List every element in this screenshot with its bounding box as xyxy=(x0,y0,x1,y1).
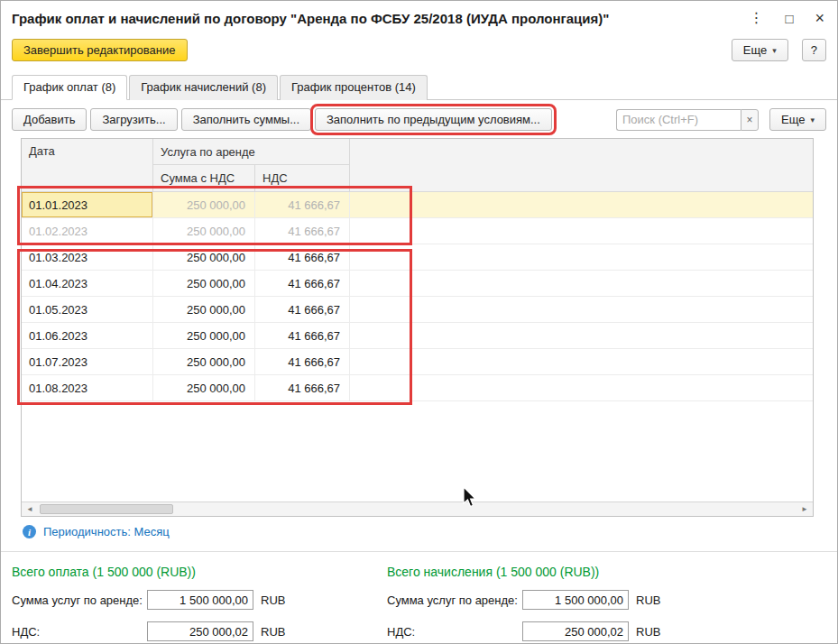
header-more-button[interactable]: Еще ▾ xyxy=(732,39,788,61)
horizontal-scrollbar[interactable]: ◄ ► xyxy=(22,501,813,516)
cell-sum-with-vat[interactable]: 250 000,00 xyxy=(153,297,255,322)
totals-accruals-title: Всего начисления (1 500 000 (RUB)) xyxy=(387,565,837,579)
table-row[interactable]: 01.03.2023 250 000,00 41 666,67 xyxy=(22,244,813,271)
search-input[interactable] xyxy=(616,109,741,131)
footer-divider xyxy=(1,551,837,552)
payments-sum-currency: RUB xyxy=(261,593,285,607)
app-window: График оплат и начислений по договору "А… xyxy=(0,0,838,644)
totals-accruals: Всего начисления (1 500 000 (RUB)) Сумма… xyxy=(376,558,837,644)
table-toolbar: Добавить Загрузить... Заполнить суммы...… xyxy=(1,100,837,131)
finish-editing-button[interactable]: Завершить редактирование xyxy=(12,39,188,61)
accruals-sum-label: Сумма услуг по аренде: xyxy=(387,593,522,607)
cell-vat[interactable]: 41 666,67 xyxy=(255,244,350,270)
cell-date[interactable]: 01.01.2023 xyxy=(22,192,153,217)
status-row: i Периодичность: Месяц xyxy=(23,525,170,538)
cell-date[interactable]: 01.04.2023 xyxy=(22,271,153,296)
cell-sum-with-vat[interactable]: 250 000,00 xyxy=(153,349,255,374)
payments-sum-field[interactable] xyxy=(147,590,253,610)
fill-sums-button[interactable]: Заполнить суммы... xyxy=(181,108,311,131)
tab-payment-schedule[interactable]: График оплат (8) xyxy=(12,75,127,100)
scroll-left-icon[interactable]: ◄ xyxy=(22,502,38,517)
accruals-sum-field[interactable] xyxy=(522,590,629,610)
cell-vat[interactable]: 41 666,67 xyxy=(255,349,350,374)
cell-filler xyxy=(350,349,813,374)
cell-sum-with-vat[interactable]: 250 000,00 xyxy=(153,244,255,270)
cell-sum-with-vat[interactable]: 250 000,00 xyxy=(153,375,255,400)
table-row[interactable]: 01.04.2023 250 000,00 41 666,67 xyxy=(22,271,813,297)
payments-table: Дата Услуга по аренде Сумма с НДС НДС 01… xyxy=(21,138,814,517)
clear-search-button[interactable]: × xyxy=(741,109,759,131)
accruals-vat-field[interactable] xyxy=(522,621,629,641)
cell-vat[interactable]: 41 666,67 xyxy=(255,271,350,296)
accruals-vat-label: НДС: xyxy=(387,625,522,639)
close-icon[interactable]: × xyxy=(815,10,824,26)
cell-filler xyxy=(350,297,813,322)
search-group: × xyxy=(616,109,759,131)
column-header-vat[interactable]: НДС xyxy=(255,165,350,191)
cell-date[interactable]: 01.02.2023 xyxy=(22,218,153,244)
cell-sum-with-vat[interactable]: 250 000,00 xyxy=(153,218,255,244)
periodicity-text: Периодичность: Месяц xyxy=(43,525,170,538)
tab-bar: График оплат (8) График начислений (8) Г… xyxy=(1,74,837,100)
cell-vat[interactable]: 41 666,67 xyxy=(255,192,350,217)
load-button[interactable]: Загрузить... xyxy=(90,108,177,131)
table-body: 01.01.2023 250 000,00 41 666,67 01.02.20… xyxy=(22,192,813,501)
command-bar-right: Еще ▾ ? xyxy=(732,39,826,61)
totals-accruals-vat-row: НДС: RUB xyxy=(387,621,837,641)
cell-filler xyxy=(350,192,813,217)
totals-payments-sum-row: Сумма услуг по аренде: RUB xyxy=(12,590,376,610)
column-header-date[interactable]: Дата xyxy=(22,139,153,191)
cell-date[interactable]: 01.07.2023 xyxy=(22,349,153,374)
totals-section: Всего оплата (1 500 000 (RUB)) Сумма усл… xyxy=(1,558,837,644)
help-button[interactable]: ? xyxy=(802,39,826,61)
cell-date[interactable]: 01.08.2023 xyxy=(22,375,153,400)
add-button[interactable]: Добавить xyxy=(12,108,87,131)
tab-accrual-schedule[interactable]: График начислений (8) xyxy=(129,75,278,100)
table-row[interactable]: 01.05.2023 250 000,00 41 666,67 xyxy=(22,297,813,323)
command-bar: Завершить редактирование Еще ▾ ? xyxy=(1,35,837,69)
window-title: График оплат и начислений по договору "А… xyxy=(12,11,749,26)
cell-date[interactable]: 01.03.2023 xyxy=(22,244,153,270)
cell-vat[interactable]: 41 666,67 xyxy=(255,297,350,322)
payments-vat-label: НДС: xyxy=(12,625,147,639)
cell-vat[interactable]: 41 666,67 xyxy=(255,375,350,400)
table-row[interactable]: 01.08.2023 250 000,00 41 666,67 xyxy=(22,375,813,401)
totals-payments-vat-row: НДС: RUB xyxy=(12,621,376,641)
totals-payments-title: Всего оплата (1 500 000 (RUB)) xyxy=(12,565,376,579)
cell-filler xyxy=(350,323,813,348)
toolbar-more-button[interactable]: Еще ▾ xyxy=(769,108,826,131)
cell-vat[interactable]: 41 666,67 xyxy=(255,218,350,244)
toolbar-more-label: Еще xyxy=(781,113,805,126)
accruals-sum-currency: RUB xyxy=(636,593,660,607)
header-more-label: Еще xyxy=(743,43,767,57)
column-header-rental-service[interactable]: Услуга по аренде xyxy=(153,139,350,165)
cell-date[interactable]: 01.05.2023 xyxy=(22,297,153,322)
window-more-icon[interactable]: ⋮ xyxy=(749,11,763,25)
tab-interest-schedule[interactable]: График процентов (14) xyxy=(280,75,428,100)
column-header-filler xyxy=(350,139,813,191)
column-header-sum-with-vat[interactable]: Сумма с НДС xyxy=(153,165,255,191)
cell-sum-with-vat[interactable]: 250 000,00 xyxy=(153,323,255,348)
cell-filler xyxy=(350,271,813,296)
payments-vat-field[interactable] xyxy=(147,621,253,641)
fill-previous-conditions-button[interactable]: Заполнить по предыдущим условиям... xyxy=(315,108,552,131)
scroll-right-icon[interactable]: ► xyxy=(797,502,813,517)
cell-vat[interactable]: 41 666,67 xyxy=(255,323,350,348)
totals-accruals-sum-row: Сумма услуг по аренде: RUB xyxy=(387,590,837,610)
title-bar: График оплат и начислений по договору "А… xyxy=(1,1,837,35)
table-row[interactable]: 01.06.2023 250 000,00 41 666,67 xyxy=(22,323,813,349)
cell-filler xyxy=(350,244,813,270)
cell-sum-with-vat[interactable]: 250 000,00 xyxy=(153,192,255,217)
cell-sum-with-vat[interactable]: 250 000,00 xyxy=(153,271,255,296)
table-row[interactable]: 01.07.2023 250 000,00 41 666,67 xyxy=(22,349,813,375)
chevron-down-icon: ▾ xyxy=(810,115,815,124)
cell-date[interactable]: 01.06.2023 xyxy=(22,323,153,348)
maximize-icon[interactable]: □ xyxy=(785,12,793,25)
table-row[interactable]: 01.02.2023 250 000,00 41 666,67 xyxy=(22,218,813,244)
accruals-vat-currency: RUB xyxy=(636,625,660,639)
cell-filler xyxy=(350,218,813,244)
payments-sum-label: Сумма услуг по аренде: xyxy=(12,593,147,607)
info-icon: i xyxy=(23,525,36,538)
scrollbar-thumb[interactable] xyxy=(40,504,173,514)
table-row[interactable]: 01.01.2023 250 000,00 41 666,67 xyxy=(22,192,813,218)
